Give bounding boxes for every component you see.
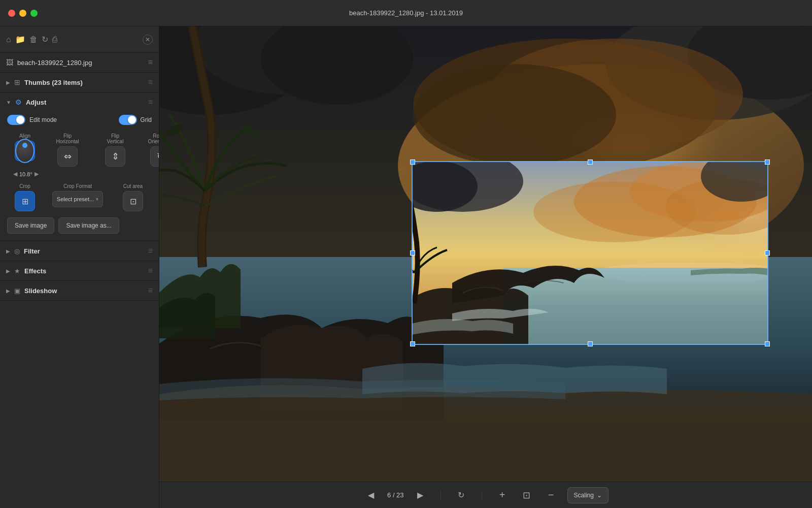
flip-vertical-control: FlipVertical ⇕ [92, 133, 138, 167]
file-header: 🖼 beach-1839922_1280.jpg ≡ [0, 53, 159, 73]
titlebar: beach-1839922_1280.jpg - 13.01.2019 [0, 0, 812, 26]
maximize-button[interactable] [30, 10, 38, 17]
image-viewport[interactable] [159, 26, 812, 482]
adjust-menu-icon[interactable]: ≡ [148, 98, 153, 107]
cut-area-button[interactable]: ⊡ [123, 191, 143, 211]
refresh-button[interactable]: ↻ [453, 487, 469, 503]
filter-section-header[interactable]: ▶ ◎ Filter ≡ [0, 241, 159, 261]
edit-mode-toggle[interactable] [7, 115, 25, 125]
scaling-button[interactable]: Scaling ⌄ [567, 487, 608, 503]
flip-horizontal-button[interactable]: ⇔ [57, 146, 78, 167]
crop-button[interactable]: ⊞ [15, 191, 35, 211]
fit-button[interactable]: ⊡ [519, 487, 535, 503]
adjust-section-header[interactable]: ▼ ⚙ Adjust ≡ [0, 92, 159, 112]
svg-point-10 [413, 64, 616, 166]
rotation-right-icon[interactable]: ▶ [35, 171, 39, 177]
file-name: beach-1839922_1280.jpg [17, 59, 144, 67]
cut-area-control: Cut area ⊡ [113, 183, 153, 211]
thumbs-icon: ⊞ [14, 78, 20, 86]
align-label: Align [19, 133, 30, 139]
close-button[interactable] [8, 10, 15, 17]
crop-preset-label: Select preset... [57, 196, 94, 202]
crop-control: Crop ⊞ [7, 183, 43, 211]
flip-vertical-button[interactable]: ⇕ [105, 146, 125, 167]
crop-format-control: Crop Format Select preset... ▾ [45, 183, 111, 207]
home-icon[interactable]: ⌂ [6, 35, 11, 44]
select-chevron-icon: ▾ [96, 197, 98, 202]
crop-handle-bottom-center[interactable] [588, 341, 593, 346]
cut-area-label: Cut area [123, 183, 143, 189]
zoom-in-button[interactable]: + [494, 487, 511, 503]
slideshow-icon: ▣ [14, 287, 20, 295]
effects-label: Effects [24, 267, 144, 275]
content-area: ◀ 6 / 23 ▶ ↻ + ⊡ − Scaling ⌄ [159, 26, 812, 508]
filter-menu-icon[interactable]: ≡ [148, 246, 153, 256]
trash-icon[interactable]: 🗑 [29, 35, 38, 44]
flip-horizontal-control: FlipHorizontal ⇔ [45, 133, 90, 167]
grid-toggle[interactable] [119, 115, 137, 125]
crop-format-label: Crop Format [63, 183, 92, 189]
previous-button[interactable]: ◀ [363, 487, 379, 503]
align-button[interactable] [15, 141, 35, 161]
window-title: beach-1839922_1280.jpg - 13.01.2019 [349, 9, 463, 17]
filter-chevron-icon: ▶ [6, 248, 10, 254]
next-button[interactable]: ▶ [412, 487, 428, 503]
save-buttons: Save image Save image as... [0, 217, 159, 241]
bottom-toolbar: ◀ 6 / 23 ▶ ↻ + ⊡ − Scaling ⌄ [159, 482, 812, 508]
file-menu-button[interactable]: ≡ [148, 58, 153, 67]
crop-handle-top-center[interactable] [588, 160, 593, 165]
main-layout: ⌂ 📁 🗑 ↻ ⎙ ✕ 🖼 beach-1839922_1280.jpg ≡ ▶… [0, 26, 812, 508]
thumbs-section-header[interactable]: ▶ ⊞ Thumbs (23 items) ≡ [0, 73, 159, 92]
slideshow-chevron-icon: ▶ [6, 288, 10, 294]
slideshow-menu-icon[interactable]: ≡ [148, 286, 153, 295]
rotation-row: ◀ 10.8° ▶ [0, 170, 159, 180]
slideshow-section-header[interactable]: ▶ ▣ Slideshow ≡ [0, 281, 159, 301]
separator-2 [482, 490, 482, 500]
filter-label: Filter [24, 247, 144, 255]
rotation-left-icon[interactable]: ◀ [13, 171, 17, 177]
crop-overlay[interactable] [412, 161, 768, 345]
zoom-out-button[interactable]: − [543, 487, 559, 503]
save-image-button[interactable]: Save image [7, 217, 54, 234]
rotate-button[interactable]: ↻ [150, 146, 159, 167]
scaling-chevron-icon: ⌄ [597, 492, 602, 499]
close-panel-button[interactable]: ✕ [143, 35, 153, 45]
crop-handle-bottom-right[interactable] [765, 341, 770, 346]
crop-handle-middle-right[interactable] [765, 250, 770, 256]
slideshow-label: Slideshow [24, 287, 144, 295]
image-counter: 6 / 23 [387, 491, 404, 499]
rotate-label: RotateOrientation [148, 133, 159, 144]
crop-handle-bottom-left[interactable] [410, 341, 415, 346]
refresh-icon[interactable]: ↻ [42, 35, 48, 44]
align-control: Align [7, 133, 43, 161]
transform-controls: Align FlipHorizontal ⇔ FlipVertical ⇕ [0, 130, 159, 170]
adjust-label: Adjust [26, 99, 144, 106]
grid-toggle-group: Grid [119, 115, 152, 125]
crop-handle-middle-left[interactable] [410, 250, 415, 256]
scaling-label: Scaling [574, 492, 594, 499]
sidebar-toolbar: ⌂ 📁 🗑 ↻ ⎙ ✕ [0, 26, 159, 53]
thumbs-menu-icon[interactable]: ≡ [148, 78, 153, 87]
effects-section-header[interactable]: ▶ ★ Effects ≡ [0, 261, 159, 281]
edit-mode-label: Edit mode [29, 116, 115, 123]
crop-handle-top-left[interactable] [410, 160, 415, 165]
crop-handle-top-right[interactable] [765, 160, 770, 165]
align-dial[interactable] [15, 139, 35, 163]
window-controls[interactable] [8, 10, 38, 17]
thumbs-chevron-icon: ▶ [6, 80, 10, 85]
folder-icon[interactable]: 📁 [15, 35, 25, 44]
print-icon[interactable]: ⎙ [52, 35, 57, 44]
crop-format-select[interactable]: Select preset... ▾ [52, 191, 103, 207]
minimize-button[interactable] [19, 10, 26, 17]
adjust-panel: ▼ ⚙ Adjust ≡ Edit mode Grid Align [0, 92, 159, 241]
separator-1 [441, 490, 441, 500]
save-image-as-button[interactable]: Save image as... [58, 217, 119, 234]
thumbs-label: Thumbs (23 items) [24, 79, 144, 86]
crop-controls: Crop ⊞ Crop Format Select preset... ▾ Cu… [0, 180, 159, 217]
sidebar: ⌂ 📁 🗑 ↻ ⎙ ✕ 🖼 beach-1839922_1280.jpg ≡ ▶… [0, 26, 159, 508]
effects-chevron-icon: ▶ [6, 268, 10, 274]
adjust-chevron-icon: ▼ [6, 100, 11, 105]
effects-menu-icon[interactable]: ≡ [148, 266, 153, 275]
flip-v-label: FlipVertical [107, 133, 124, 144]
dial-indicator [22, 142, 28, 148]
